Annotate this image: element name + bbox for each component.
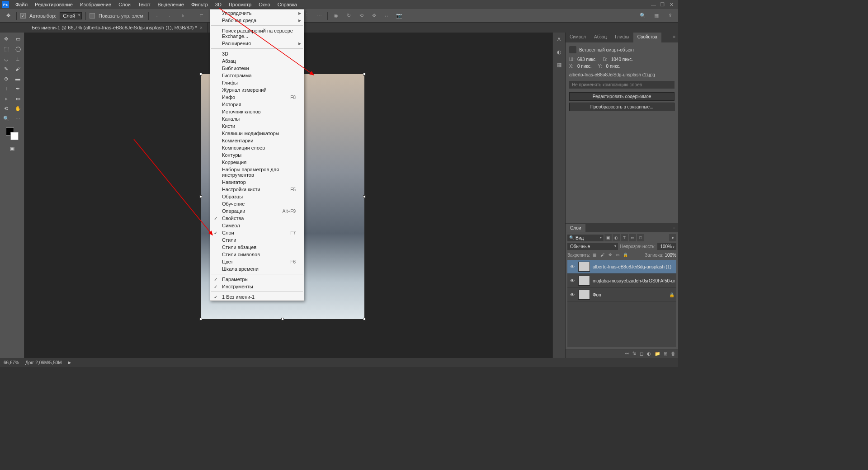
3d-slide-icon[interactable]: ↔ <box>382 11 391 20</box>
window-menu-item[interactable]: ✓Свойства <box>210 215 304 222</box>
layer-name[interactable]: Фон <box>593 292 666 297</box>
window-menu-item[interactable]: Гистограмма <box>210 72 304 79</box>
window-menu-item[interactable]: Настройки кистиF5 <box>210 186 304 193</box>
shape-tool-icon[interactable]: ▭ <box>13 94 24 103</box>
3d-roll-icon[interactable]: ⟲ <box>357 11 366 20</box>
fill-value[interactable]: 100% <box>665 253 676 258</box>
path-tool-icon[interactable]: ▹ <box>1 94 12 103</box>
workspace-icon[interactable]: ▦ <box>652 11 661 20</box>
blend-mode-dropdown[interactable]: Обычные <box>567 243 618 250</box>
3d-rotate-icon[interactable]: ↻ <box>344 11 353 20</box>
3d-mode-icon[interactable]: ◉ <box>331 11 340 20</box>
tab-close-icon[interactable]: × <box>200 25 203 30</box>
window-menu-item[interactable]: Стили <box>210 236 304 244</box>
window-menu-item[interactable]: Источник клонов <box>210 108 304 115</box>
window-menu-item[interactable]: История <box>210 101 304 108</box>
filter-toggle-icon[interactable]: ● <box>669 234 676 241</box>
window-menu-item[interactable]: Клавиши-модификаторы <box>210 130 304 137</box>
menu-слои[interactable]: Слои <box>115 1 134 8</box>
transform-handle[interactable] <box>199 318 202 320</box>
lock-pixels-icon[interactable]: 🖌 <box>599 252 606 258</box>
layer-thumbnail[interactable] <box>578 276 590 286</box>
window-menu-item[interactable]: Коррекция <box>210 159 304 166</box>
window-menu[interactable]: Упорядочить▶Рабочая среда▶Поиск расширен… <box>210 9 304 301</box>
align-left-icon[interactable]: ⊏ <box>197 11 206 20</box>
window-menu-item[interactable]: Композиции слоев <box>210 144 304 151</box>
lasso-tool-icon[interactable]: ◡ <box>1 54 12 63</box>
crop-tool-icon[interactable]: ⟂ <box>13 54 24 63</box>
gradient-tool-icon[interactable]: ▬ <box>13 74 24 83</box>
window-menu-item[interactable]: ОперацииAlt+F9 <box>210 207 304 215</box>
lock-all-icon[interactable]: 🔒 <box>623 252 629 258</box>
window-menu-item[interactable]: ✓1 Без имени-1 <box>210 293 304 301</box>
type-tool-icon[interactable]: T <box>1 84 12 93</box>
window-menu-item[interactable]: 3D <box>210 50 304 57</box>
layer-filter-dropdown[interactable]: Вид <box>567 235 604 241</box>
clone-tool-icon[interactable]: ⊕ <box>1 74 12 83</box>
autoselect-checkbox[interactable] <box>20 13 26 19</box>
link-layers-icon[interactable]: ⚯ <box>625 351 629 356</box>
window-menu-item[interactable]: Кисти <box>210 122 304 130</box>
panel-menu-icon[interactable]: ≡ <box>670 33 678 42</box>
height-value[interactable]: 1040 пикс. <box>611 57 633 62</box>
window-menu-item[interactable]: Контуры <box>210 151 304 159</box>
transform-handle[interactable] <box>281 318 284 320</box>
transform-handle[interactable] <box>199 73 202 75</box>
menu-текст[interactable]: Текст <box>134 1 154 8</box>
layer-name[interactable]: alberto-frias-eB8o8JeiSdg-unsplash (1) <box>593 264 675 269</box>
panel-tab-Абзац[interactable]: Абзац <box>590 33 611 42</box>
quickmask-icon[interactable]: ▣ <box>7 144 18 153</box>
window-menu-item[interactable]: Наборы параметров для инструментов <box>210 166 304 179</box>
eyedropper-tool-icon[interactable]: ✎ <box>1 64 12 73</box>
doc-size[interactable]: Док: 2,06M/5,50M <box>25 360 62 365</box>
character-panel-icon[interactable]: A <box>555 35 563 43</box>
transform-handle[interactable] <box>363 195 366 198</box>
new-layer-icon[interactable]: ⊞ <box>664 351 667 356</box>
panel-tab-Глифы[interactable]: Глифы <box>611 33 633 42</box>
marquee-tool-icon[interactable]: ⬚ <box>1 44 12 53</box>
more-options-icon[interactable]: ⋯ <box>315 11 324 20</box>
window-menu-item[interactable]: Стили абзацев <box>210 244 304 251</box>
swatches-panel-icon[interactable]: ▦ <box>555 61 563 69</box>
maximize-icon[interactable]: ❐ <box>660 2 665 8</box>
lock-transparent-icon[interactable]: ▦ <box>592 252 598 258</box>
window-menu-item[interactable]: Шкала времени <box>210 265 304 273</box>
layer-fx-icon[interactable]: fx <box>632 351 636 356</box>
zoom-level[interactable]: 66,67% <box>4 360 19 365</box>
rotate-view-icon[interactable]: ⟲ <box>1 104 12 113</box>
window-menu-item[interactable]: Стили символов <box>210 251 304 258</box>
width-value[interactable]: 693 пикс. <box>577 57 597 62</box>
window-menu-item[interactable]: Упорядочить▶ <box>210 9 304 17</box>
filter-pixel-icon[interactable]: ▣ <box>604 234 612 241</box>
share-icon[interactable]: ⇪ <box>665 11 675 20</box>
x-value[interactable]: 0 пикс. <box>577 64 592 69</box>
filter-type-icon[interactable]: T <box>621 234 628 241</box>
opacity-value[interactable]: 100% <box>657 243 676 250</box>
filter-smart-icon[interactable]: □ <box>637 234 644 241</box>
edit-contents-button[interactable]: Редактировать содержимое <box>569 92 675 101</box>
layer-thumbnail[interactable] <box>578 262 590 272</box>
show-controls-checkbox[interactable] <box>90 13 95 19</box>
panel-tab-Символ[interactable]: Символ <box>566 33 590 42</box>
window-menu-item[interactable]: Символ <box>210 222 304 229</box>
layer-name[interactable]: mojtaba-mosayebzadeh-0srGS0FAf50-unsplas… <box>593 278 675 283</box>
artboard-tool-icon[interactable]: ▭ <box>13 34 24 43</box>
window-menu-item[interactable]: ✓Параметры <box>210 276 304 283</box>
window-menu-item[interactable]: Комментарии <box>210 137 304 144</box>
window-menu-item[interactable]: Журнал измерений <box>210 86 304 94</box>
menu-файл[interactable]: Файл <box>12 1 31 8</box>
autoselect-dropdown[interactable]: Слой <box>60 12 82 19</box>
panel-tab-Свойства[interactable]: Свойства <box>633 33 661 42</box>
transform-handle[interactable] <box>199 195 202 198</box>
layer-row[interactable]: 👁alberto-frias-eB8o8JeiSdg-unsplash (1) <box>567 260 676 274</box>
convert-linked-button[interactable]: Преобразовать в связанные... <box>569 103 675 111</box>
document-tab[interactable]: Без имени-1 @ 66,7% (alberto-frias-eB8o8… <box>27 23 208 33</box>
window-menu-item[interactable]: Рабочая среда▶ <box>210 17 304 24</box>
3d-pan-icon[interactable]: ✥ <box>369 11 378 20</box>
layer-thumbnail[interactable] <box>578 290 590 300</box>
layer-visibility-icon[interactable]: 👁 <box>569 264 576 269</box>
window-menu-item[interactable]: ✓СлоиF7 <box>210 229 304 236</box>
align-top-icon[interactable]: ⫠ <box>152 11 161 20</box>
move-tool-icon[interactable]: ✥ <box>1 34 12 43</box>
layer-mask-icon[interactable]: ◻ <box>640 351 643 356</box>
